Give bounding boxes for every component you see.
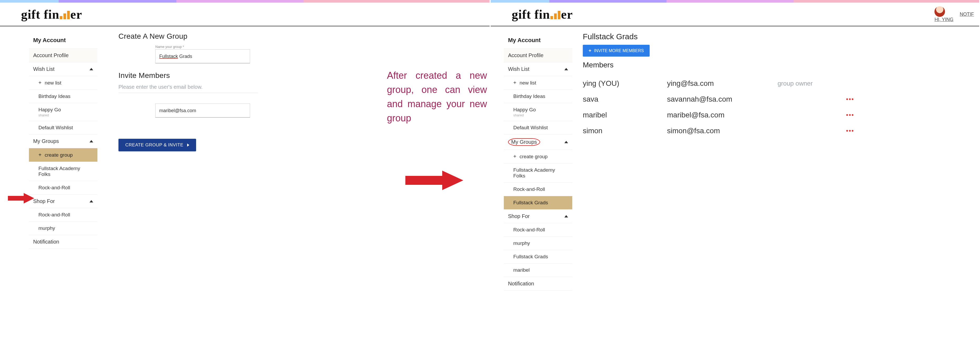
sidebar-sub-default-wishlist[interactable]: Default Wishlist [29, 121, 97, 135]
notif-link[interactable]: NOTIF [960, 11, 974, 17]
sidebar-item-notification[interactable]: Notification [29, 235, 97, 249]
sidebar-item-label: new list [45, 80, 61, 86]
sidebar-item-label: Notification [33, 239, 59, 245]
sidebar-item-account-profile[interactable]: Account Profile [29, 49, 97, 62]
group-title: Fullstack Grads [583, 32, 969, 41]
avatar[interactable] [934, 6, 945, 17]
sidebar-sub-shop-murphy[interactable]: murphy [504, 237, 572, 250]
sidebar-item-label: new list [520, 80, 536, 86]
sidebar-title: My Account [29, 32, 97, 49]
sidebar-sub-create-group[interactable]: create group [504, 150, 572, 164]
sidebar-item-label: Fullstack Academy Folks [38, 166, 80, 177]
greeting-link[interactable]: HI, YING [934, 17, 953, 22]
sidebar-sub-default-wishlist[interactable]: Default Wishlist [504, 121, 572, 135]
sidebar-sub-happy-go[interactable]: Happy Go shared [29, 103, 97, 121]
sidebar-sub-group-rock-and-roll[interactable]: Rock-and-Roll [29, 181, 97, 194]
sidebar-sub-create-group[interactable]: create group [29, 148, 97, 162]
logo-text-b: er [561, 7, 573, 22]
sidebar-item-label: Wish List [508, 66, 529, 72]
sidebar-item-label: Notification [508, 281, 534, 287]
chevron-right-icon [187, 143, 189, 146]
input-text-b: Grads [178, 54, 192, 59]
sidebar-sub-group-fullstack-folks[interactable]: Fullstack Academy Folks [29, 162, 97, 181]
logo[interactable]: gift fin er [512, 7, 573, 22]
sidebar-item-sublabel: shared [513, 113, 568, 117]
sidebar-item-label: Fullstack Academy Folks [513, 167, 555, 178]
sidebar-item-wish-list[interactable]: Wish List [29, 62, 97, 76]
sidebar-item-account-profile[interactable]: Account Profile [504, 49, 572, 62]
sidebar-item-label: murphy [38, 225, 55, 231]
invite-more-members-button[interactable]: + INVITE MORE MEMBERS [583, 45, 650, 57]
sidebar-item-label: maribel [513, 267, 530, 273]
sidebar-item-shop-for[interactable]: Shop For [29, 194, 97, 208]
group-name-label: Name your group * [155, 45, 250, 49]
sidebar-item-label: Happy Go [38, 107, 61, 112]
svg-marker-1 [406, 170, 463, 190]
input-text-a: Fullstack [159, 54, 178, 59]
sidebar-sub-shop-rock-and-roll[interactable]: Rock-and-Roll [29, 208, 97, 222]
chevron-up-icon [89, 68, 93, 70]
sidebar-item-label: Rock-and-Roll [38, 212, 70, 218]
logo-text-b: er [70, 7, 82, 22]
button-label: CREATE GROUP & INVITE [125, 142, 183, 148]
sidebar-item-label: Fullstack Grads [513, 200, 548, 205]
sidebar-item-wish-list[interactable]: Wish List [504, 62, 572, 76]
sidebar-item-label: Default Wishlist [513, 125, 548, 131]
logo[interactable]: gift fin er [21, 7, 82, 22]
member-name: maribel [583, 111, 667, 119]
plus-icon: + [589, 48, 592, 53]
member-role: group owner [778, 80, 846, 87]
member-actions-icon[interactable]: ••• [846, 127, 856, 135]
member-email-input[interactable] [155, 103, 250, 118]
sidebar-item-label: Fullstack Grads [513, 254, 548, 259]
member-name: ying (YOU) [583, 79, 667, 88]
sidebar-sub-group-rock-and-roll[interactable]: Rock-and-Roll [504, 183, 572, 196]
sidebar-sub-new-list[interactable]: new list [29, 76, 97, 90]
logo-bars-icon [60, 11, 70, 19]
member-name: sava [583, 95, 667, 103]
group-name-input[interactable]: Fullstack Grads [155, 49, 250, 64]
sidebar-item-label: Rock-and-Roll [38, 185, 70, 190]
sidebar-sub-shop-rock-and-roll[interactable]: Rock-and-Roll [504, 223, 572, 237]
button-label: INVITE MORE MEMBERS [594, 48, 644, 53]
annotation-arrow-icon [8, 192, 34, 205]
sidebar-sub-group-fullstack-folks[interactable]: Fullstack Academy Folks [504, 164, 572, 183]
sidebar-title: My Account [504, 32, 572, 49]
sidebar-sub-new-list[interactable]: new list [504, 76, 572, 90]
create-group-invite-button[interactable]: CREATE GROUP & INVITE [118, 139, 196, 151]
sidebar: My Account Account Profile Wish List new… [504, 32, 572, 291]
member-row: sava savannah@fsa.com ••• [583, 91, 969, 107]
main-area: Create A New Group Name your group * Ful… [97, 32, 479, 249]
sidebar-item-label: My Groups [508, 138, 540, 146]
logo-text-a: gift fin [21, 7, 59, 22]
header: gift fin er HI, YING NOTIF [491, 3, 979, 26]
sidebar-item-sublabel: shared [38, 113, 93, 117]
member-row: simon simon@fsa.com ••• [583, 123, 969, 139]
sidebar-sub-shop-murphy[interactable]: murphy [29, 222, 97, 235]
sidebar-sub-happy-go[interactable]: Happy Go shared [504, 103, 572, 121]
annotation-arrow-big-icon [406, 169, 463, 192]
sidebar-sub-shop-maribel[interactable]: maribel [504, 264, 572, 277]
member-name: simon [583, 127, 667, 135]
sidebar-item-label: My Groups [33, 138, 59, 144]
sidebar-item-notification[interactable]: Notification [504, 277, 572, 291]
member-actions-icon[interactable]: ••• [846, 111, 856, 119]
member-row: ying (YOU) ying@fsa.com group owner [583, 76, 969, 91]
chevron-up-icon [564, 215, 568, 218]
top-stripe [0, 0, 490, 3]
members-heading: Members [583, 61, 969, 69]
top-stripe [491, 0, 979, 3]
sidebar-sub-birthday-ideas[interactable]: Birthday Ideas [29, 90, 97, 103]
sidebar-sub-shop-fullstack-grads[interactable]: Fullstack Grads [504, 250, 572, 264]
member-row: maribel maribel@fsa.com ••• [583, 107, 969, 123]
sidebar-item-label: Birthday Ideas [38, 94, 70, 99]
sidebar-sub-group-fullstack-grads[interactable]: Fullstack Grads [504, 196, 572, 210]
sidebar-sub-birthday-ideas[interactable]: Birthday Ideas [504, 90, 572, 103]
sidebar-item-shop-for[interactable]: Shop For [504, 210, 572, 223]
sidebar-item-my-groups[interactable]: My Groups [504, 135, 572, 150]
logo-text-a: gift fin [512, 7, 550, 22]
header: gift fin er [0, 3, 490, 26]
create-group-heading: Create A New Group [118, 32, 479, 41]
sidebar-item-my-groups[interactable]: My Groups [29, 135, 97, 148]
member-actions-icon[interactable]: ••• [846, 96, 856, 103]
